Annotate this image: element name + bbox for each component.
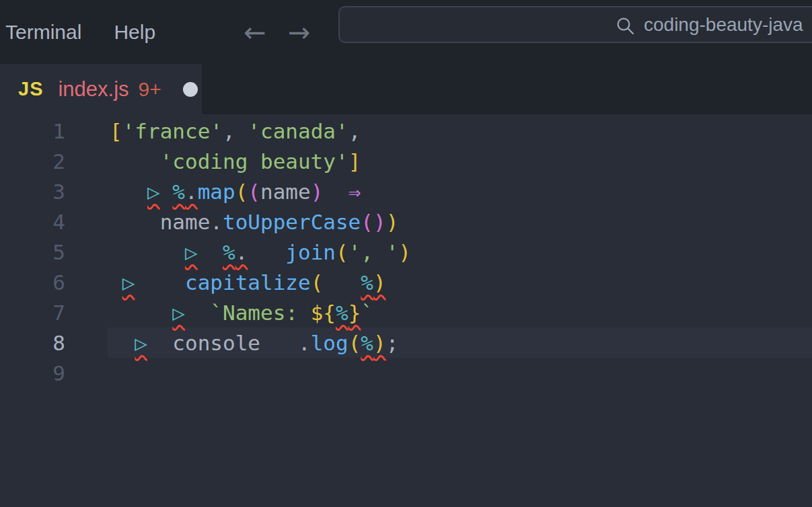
code-token: console (172, 331, 260, 355)
code-token (323, 180, 348, 204)
code-line[interactable]: 6 ▷ capitalize( %) (0, 267, 812, 297)
line-number: 8 (0, 331, 65, 355)
code-token: ( (336, 240, 348, 264)
code-token (248, 240, 285, 264)
code-token: join (285, 240, 336, 264)
code-token: `Names: (210, 301, 310, 325)
code-token: capitalize (185, 270, 311, 295)
line-number: 1 (0, 119, 65, 143)
code-token-error: . (185, 180, 198, 204)
unsaved-changes-dot-icon[interactable] (183, 82, 198, 97)
code-token: toUpperCase (223, 210, 361, 234)
code-token (110, 301, 172, 325)
code-token (110, 270, 122, 295)
magnifier-icon (614, 15, 636, 36)
code-token-error: % (223, 240, 235, 264)
code-line-text: ▷ %. join(', ') (110, 240, 812, 264)
code-line[interactable]: 1['france', 'canada', (0, 116, 812, 146)
window-header: Terminal Help ← → coding-beauty-java JS … (0, 0, 812, 114)
code-token (147, 331, 172, 355)
code-token-error: ▷ (122, 270, 135, 295)
code-token: name (160, 210, 211, 234)
code-token (323, 270, 361, 295)
back-arrow-icon[interactable]: ← (244, 0, 266, 64)
code-token: map (198, 180, 235, 204)
code-editor[interactable]: 1['france', 'canada',2 'coding beauty']3… (0, 114, 812, 507)
code-token-error: % (172, 180, 185, 204)
code-token: ⇒ (348, 180, 361, 204)
code-line-text: ▷ capitalize( %) (110, 270, 812, 295)
code-token: 'canada' (248, 119, 348, 143)
code-line[interactable]: 8 ▷ console .log(%); (0, 327, 812, 358)
code-token: ] (348, 149, 361, 173)
line-number: 3 (0, 180, 65, 204)
code-line-text: ▷ %.map((name) ⇒ (110, 180, 812, 204)
code-token: ) (386, 210, 399, 234)
code-token (110, 149, 160, 173)
code-token: log (311, 331, 348, 355)
code-token-error: ▷ (172, 301, 185, 325)
line-number: 7 (0, 301, 65, 325)
code-token: ) (373, 210, 386, 234)
code-token: , (348, 119, 361, 143)
code-token: . (298, 331, 311, 355)
code-line[interactable]: 7 ▷ `Names: ${%}` (0, 297, 812, 327)
search-command-center[interactable]: coding-beauty-java (338, 6, 812, 43)
code-token: 'coding beauty' (160, 149, 348, 173)
code-lines-container: 1['france', 'canada',2 'coding beauty']3… (0, 116, 812, 388)
code-token (198, 240, 223, 264)
tab-problems-badge: 9+ (139, 78, 161, 101)
tab-filename: index.js (58, 77, 128, 102)
code-line-text: name.toUpperCase()) (110, 210, 812, 234)
code-token-error: . (235, 240, 248, 264)
code-token: ( (361, 210, 373, 234)
code-token (110, 180, 147, 204)
tab-index-js[interactable]: JS index.js 9+ (0, 64, 202, 114)
code-token (260, 331, 298, 355)
line-number: 9 (0, 361, 65, 385)
code-token (110, 331, 135, 355)
search-query-text: coding-beauty-java (644, 7, 803, 42)
code-token: ) (398, 240, 411, 264)
code-token: 'france' (122, 119, 223, 143)
javascript-file-icon: JS (18, 78, 43, 100)
code-token (110, 210, 160, 234)
code-line[interactable]: 3 ▷ %.map((name) ⇒ (0, 176, 812, 206)
code-token-error: % (361, 331, 373, 355)
code-line-text: ▷ `Names: ${%}` (110, 301, 812, 325)
forward-arrow-icon[interactable]: → (288, 0, 311, 64)
code-token-error: ) (373, 270, 386, 295)
code-token-error: ) (373, 331, 386, 355)
code-token-error: ▷ (147, 180, 160, 204)
code-line-text: 'coding beauty'] (110, 149, 812, 173)
code-line[interactable]: 5 ▷ %. join(', ') (0, 237, 812, 267)
code-token: ( (311, 270, 324, 295)
code-token: name (260, 180, 311, 204)
code-token (110, 240, 185, 264)
code-token-error: % (361, 270, 373, 295)
code-token: , (223, 119, 248, 143)
code-token (185, 301, 210, 325)
code-token: . (210, 210, 223, 234)
menu-item-help[interactable]: Help (98, 21, 172, 44)
code-token: ` (361, 301, 373, 325)
code-token-error: } (348, 301, 361, 325)
code-line[interactable]: 9 (0, 358, 812, 388)
code-line-text: ▷ console .log(%); (110, 331, 812, 355)
line-number: 2 (0, 149, 65, 173)
code-token (135, 270, 185, 295)
line-number: 4 (0, 210, 65, 234)
menu-item-terminal[interactable]: Terminal (0, 21, 98, 44)
line-number: 6 (0, 270, 65, 295)
code-token: ( (348, 331, 361, 355)
menubar: Terminal Help (0, 0, 172, 64)
code-token (160, 180, 173, 204)
code-token: ( (248, 180, 260, 204)
code-line[interactable]: 2 'coding beauty'] (0, 146, 812, 176)
code-token-error: ▷ (135, 331, 147, 355)
code-token: ', ' (348, 240, 399, 264)
code-token-error: ▷ (185, 240, 198, 264)
code-token: ) (311, 180, 324, 204)
line-number: 5 (0, 240, 65, 264)
code-line[interactable]: 4 name.toUpperCase()) (0, 206, 812, 237)
